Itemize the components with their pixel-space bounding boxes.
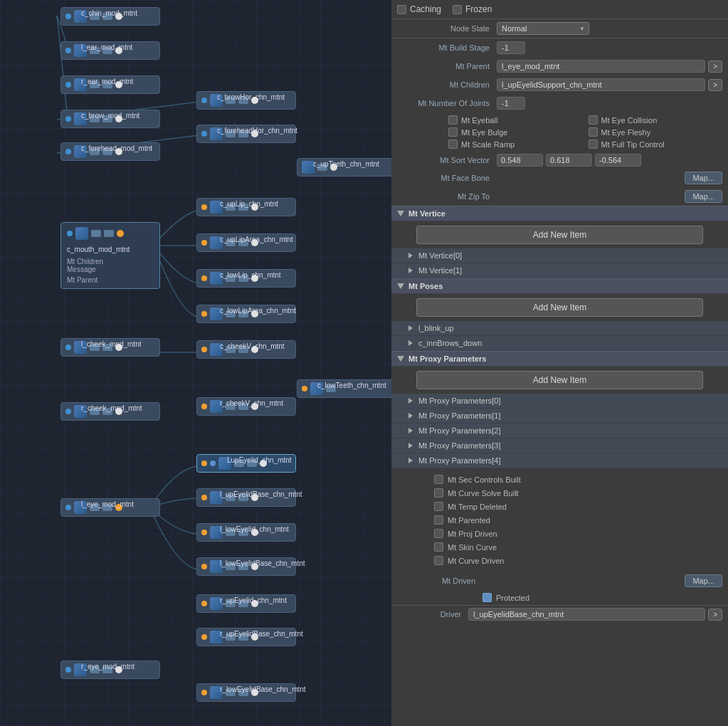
mtFullTipControl-checkbox[interactable]	[589, 140, 598, 149]
mtParented-checkbox[interactable]	[434, 515, 443, 525]
node-c-chin-mod[interactable]: c_chin_mod_mtnt	[60, 7, 160, 26]
mtEyeball-label: Mt Eyeball	[461, 116, 497, 125]
mt-vertice-section-header[interactable]: Mt Vertice	[391, 206, 728, 221]
mtSecControlsBuilt-checkbox[interactable]	[434, 475, 443, 484]
mtCurveDriven-item[interactable]: Mt Curve Driven	[434, 554, 722, 567]
mtSkinCurve-label: Mt Skin Curve	[448, 543, 497, 552]
mt-proxy-1-item[interactable]: Mt Proxy Parameters[1]	[391, 409, 728, 424]
node-c-upLipArea-chn[interactable]: c_upLipArea_chn_mtnt	[196, 233, 296, 252]
node-c-cheekV-chn[interactable]: c_cheekV_chn_mtnt	[196, 340, 296, 359]
mtEyeFleshy-item[interactable]: Mt Eye Fleshy	[589, 127, 723, 137]
mtProjDriven-checkbox[interactable]	[434, 529, 443, 538]
parent-value: l_eye_mod_mtnt	[497, 60, 705, 73]
node-r-eye-mod[interactable]: r_eye_mod_mtnt	[60, 661, 160, 679]
node-l-lowEyelidBase-chn[interactable]: l_lowEyelidBase_chn_mtnt	[196, 557, 296, 576]
mt-poses-0-triangle	[408, 325, 413, 331]
face-bone-map-button[interactable]: Map...	[685, 172, 722, 184]
node-l-cheek-mod[interactable]: l_cheek_mod_mtnt	[60, 338, 160, 357]
mt-proxy-3-item[interactable]: Mt Proxy Parameters[3]	[391, 438, 728, 453]
frozen-checkbox[interactable]	[453, 5, 462, 14]
mtSkinCurve-item[interactable]: Mt Skin Curve	[434, 540, 722, 554]
num-joints-value: -1	[497, 97, 525, 110]
sort-vector-z: -0.564	[595, 154, 641, 167]
mtTempDeleted-checkbox[interactable]	[434, 502, 443, 511]
mtScaleRamp-item[interactable]: Mt Scale Ramp	[448, 140, 583, 149]
protected-row: Protected	[391, 590, 728, 605]
node-c-mouth-mod[interactable]: c_mouth_mod_mtnt Mt ChildrenMessage Mt P…	[60, 222, 160, 289]
protected-checkbox[interactable]	[482, 593, 492, 602]
mtEyeCollision-item[interactable]: Mt Eye Collision	[589, 115, 723, 125]
node-r-upEyelidBase-chn[interactable]: r_upEyelidBase_chn_mtnt	[196, 628, 296, 646]
node-r-cheekV-chn[interactable]: r_cheekV_chn_mtnt	[196, 397, 296, 416]
mtSkinCurve-checkbox[interactable]	[434, 542, 443, 552]
mtProjDriven-item[interactable]: Mt Proj Driven	[434, 527, 722, 540]
mt-proxy-4-item[interactable]: Mt Proxy Parameters[4]	[391, 453, 728, 468]
caching-check-item[interactable]: Caching	[397, 4, 441, 14]
mtEyeCollision-checkbox[interactable]	[589, 115, 598, 125]
node-ctrl	[91, 230, 101, 237]
node-c-browHor-chn[interactable]: c_browHor_chn_mtnt	[196, 91, 296, 110]
node-graph[interactable]: c_chin_mod_mtnt l_ear_mod_mtnt r_ear_mod…	[0, 0, 391, 726]
caching-checkbox[interactable]	[397, 5, 406, 14]
driver-arrow-button[interactable]: >	[708, 609, 722, 621]
zip-to-map-button[interactable]: Map...	[685, 190, 722, 203]
mt-proxy-2-item[interactable]: Mt Proxy Parameters[2]	[391, 424, 728, 438]
mtEyeBulge-label: Mt Eye Bulge	[461, 128, 507, 137]
children-arrow-button[interactable]: >	[708, 79, 722, 91]
mtCurveSolveBuilt-checkbox[interactable]	[434, 488, 443, 498]
mtEyeball-checkbox[interactable]	[448, 115, 458, 125]
node-c-lowLipArea-chn[interactable]: c_lowLipArea_chn_mtnt	[196, 305, 296, 323]
mtCurveDriven-checkbox[interactable]	[434, 556, 443, 565]
mt-driven-map-button[interactable]: Map...	[685, 574, 722, 587]
mtEyeFleshy-checkbox[interactable]	[589, 127, 598, 137]
mtEyeball-item[interactable]: Mt Eyeball	[448, 115, 583, 125]
mtCurveSolveBuilt-label: Mt Curve Solve Built	[448, 489, 519, 498]
node-l-upEyelidBase-chn[interactable]: l_upEyelidBase_chn_mtnt	[196, 488, 296, 507]
mt-driven-row: Mt Driven Map...	[391, 572, 728, 590]
mt-vertice-1-item[interactable]: Mt Vertice[1]	[391, 263, 728, 278]
mtTempDeleted-item[interactable]: Mt Temp Deleted	[434, 500, 722, 513]
node-l-eye-mod[interactable]: l_eye_mod_mtnt	[60, 498, 160, 517]
node-c-brow-mod[interactable]: c_brow_mod_mtnt	[60, 110, 160, 128]
mtCurveSolveBuilt-item[interactable]: Mt Curve Solve Built	[434, 486, 722, 500]
node-l-lowEyelid-chn[interactable]: l_lowEyelid_chn_mtnt	[196, 523, 296, 542]
node-input-dot	[201, 634, 207, 640]
mt-poses-1-item[interactable]: c_innBrows_down	[391, 336, 728, 351]
node-c-forehead-mod[interactable]: c_forehead_mod_mtnt	[60, 142, 160, 161]
mt-proxy-section-header[interactable]: Mt Proxy Parameters	[391, 351, 728, 367]
driver-value: l_upEyelidBase_chn_mtnt	[468, 608, 705, 621]
mtEyeBulge-checkbox[interactable]	[448, 127, 458, 137]
mtSecControlsBuilt-item[interactable]: Mt Sec Controls Built	[434, 473, 722, 486]
mt-vertice-1-label: Mt Vertice[1]	[418, 266, 462, 275]
node-label: r_cheek_mod_mtnt	[81, 404, 142, 412]
node-c-upLip-chn[interactable]: c_upLip_chn_mtnt	[196, 198, 296, 216]
frozen-check-item[interactable]: Frozen	[453, 4, 492, 14]
node-c-foreheadHor-chn[interactable]: c_foreheadHor_chn_mtnt	[196, 125, 296, 143]
node-state-dropdown[interactable]: Normal	[497, 22, 589, 35]
connections-svg	[0, 0, 391, 726]
mtParented-label: Mt Parented	[448, 516, 490, 525]
node-c-lowLip-chn[interactable]: c_lowLip_chn_mtnt	[196, 269, 296, 288]
node-c-upTeeth-chn[interactable]: c_upTeeth_chn_mtnt	[297, 158, 391, 177]
node-r-lowEyelidBase-chn[interactable]: r_lowEyelidBase_chn_mtnt	[196, 683, 296, 702]
parent-arrow-button[interactable]: >	[708, 60, 722, 73]
node-r-upEyelid-chn[interactable]: r_upEyelid_chn_mtnt	[196, 594, 296, 613]
node-r-ear-mod[interactable]: r_ear_mod_mtnt	[60, 75, 160, 94]
mtEyeBulge-item[interactable]: Mt Eye Bulge	[448, 127, 583, 137]
mt-proxy-add-button[interactable]: Add New Item	[416, 371, 702, 389]
node-r-cheek-mod[interactable]: r_cheek_mod_mtnt	[60, 402, 160, 421]
node-input-dot	[67, 231, 73, 236]
node-l-ear-mod[interactable]: l_ear_mod_mtnt	[60, 41, 160, 60]
mt-vertice-0-item[interactable]: Mt Vertice[0]	[391, 248, 728, 263]
node-label: l_cheek_mod_mtnt	[81, 340, 142, 348]
mt-proxy-0-item[interactable]: Mt Proxy Parameters[0]	[391, 394, 728, 409]
mtScaleRamp-checkbox[interactable]	[448, 140, 458, 149]
mt-vertice-add-button[interactable]: Add New Item	[416, 226, 702, 244]
node-LupEyelid-chn[interactable]: LupEyelid_chn_mtnt	[196, 454, 296, 473]
mtParented-item[interactable]: Mt Parented	[434, 513, 722, 527]
mtFullTipControl-item[interactable]: Mt Full Tip Control	[589, 140, 723, 149]
mt-poses-0-item[interactable]: l_blink_up	[391, 321, 728, 336]
mt-poses-add-button[interactable]: Add New Item	[416, 298, 702, 317]
mt-poses-section-header[interactable]: Mt Poses	[391, 278, 728, 294]
node-c-lowTeeth-chn[interactable]: c_lowTeeth_chn_mtnt	[297, 379, 391, 398]
